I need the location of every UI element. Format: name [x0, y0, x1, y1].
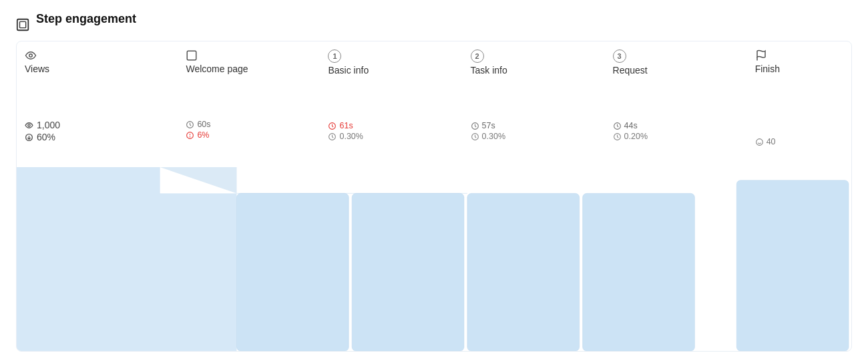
badge-2: 2	[471, 49, 484, 63]
step-engagement-container: Step engagement Views	[0, 0, 868, 353]
svg-rect-24	[736, 181, 849, 351]
request-pct: 0.20%	[613, 132, 648, 141]
welcome-time: 60s	[186, 120, 210, 129]
views-count: 1,000	[25, 120, 60, 130]
task-pct: 0.30%	[471, 132, 505, 141]
clock-red-icon	[328, 122, 337, 130]
step-col-basic: 1 Basic info 61s 0.30%	[320, 41, 462, 146]
eye-icon	[25, 49, 37, 62]
step-col-finish: Finish 40	[747, 41, 851, 146]
step-col-task: 2 Task info 57s 0.30%	[463, 41, 605, 146]
svg-rect-5	[188, 51, 197, 60]
finish-title: Finish	[755, 64, 780, 74]
svg-rect-0	[17, 19, 29, 30]
chart-svg	[17, 167, 851, 351]
alert-circle-icon	[186, 131, 194, 140]
smiley-icon	[755, 138, 764, 146]
svg-point-9	[190, 136, 191, 137]
basic-time: 61s	[328, 121, 363, 130]
clock-task-icon	[471, 122, 479, 130]
svg-rect-1	[20, 21, 26, 27]
flag-icon	[755, 49, 767, 62]
welcome-title: Welcome page	[186, 64, 248, 74]
badge-3: 3	[613, 49, 626, 63]
layers-icon	[16, 17, 31, 32]
basic-title: Basic info	[328, 65, 369, 76]
step-col-views: Views 1,000 60%	[17, 41, 178, 146]
download-icon	[25, 133, 33, 142]
square-icon	[186, 49, 198, 62]
basic-pct: 0.30%	[328, 132, 363, 141]
clock-req-sm-icon	[613, 132, 622, 141]
clock-task-sm-icon	[471, 132, 479, 141]
views-title: Views	[25, 64, 49, 74]
views-pct: 60%	[25, 132, 60, 142]
svg-rect-20	[236, 193, 349, 351]
clock-icon	[186, 120, 194, 129]
step-col-welcome: Welcome page 60s 6%	[178, 41, 320, 146]
clock-sm-icon	[328, 132, 337, 141]
request-title: Request	[613, 65, 648, 76]
badge-1: 1	[328, 49, 341, 63]
welcome-pct: 6%	[186, 130, 210, 140]
task-time: 57s	[471, 121, 505, 130]
clock-req-icon	[613, 122, 622, 130]
eye-small-icon	[25, 121, 33, 130]
request-time: 44s	[613, 121, 648, 130]
chart-panel: Views 1,000 60%	[16, 41, 852, 352]
step-col-request: 3 Request 44s 0.20%	[605, 41, 747, 146]
task-title: Task info	[471, 65, 507, 76]
finish-pct: 40	[755, 137, 776, 146]
svg-point-3	[28, 124, 30, 126]
svg-rect-22	[467, 193, 580, 351]
svg-point-17	[756, 138, 763, 145]
chart-title: Step engagement	[36, 12, 136, 26]
svg-rect-21	[352, 193, 464, 351]
svg-point-2	[29, 54, 33, 57]
svg-rect-23	[583, 193, 695, 351]
